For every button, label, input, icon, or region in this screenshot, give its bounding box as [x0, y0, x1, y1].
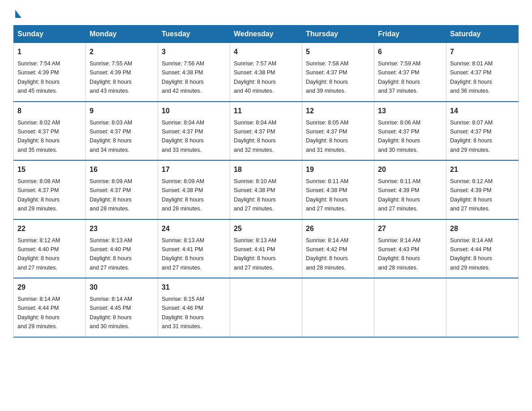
day-number: 22	[17, 223, 82, 234]
calendar-cell: 17 Sunrise: 8:09 AMSunset: 4:38 PMDaylig…	[158, 160, 230, 219]
day-number: 5	[306, 47, 370, 57]
day-number: 15	[17, 164, 82, 175]
day-info: Sunrise: 8:09 AMSunset: 4:38 PMDaylight:…	[162, 178, 204, 212]
day-info: Sunrise: 8:15 AMSunset: 4:46 PMDaylight:…	[162, 296, 204, 330]
day-number: 25	[234, 223, 298, 234]
day-number: 18	[234, 164, 298, 175]
day-info: Sunrise: 8:10 AMSunset: 4:38 PMDaylight:…	[234, 178, 276, 212]
calendar-cell: 30 Sunrise: 8:14 AMSunset: 4:45 PMDaylig…	[86, 278, 158, 337]
day-number: 14	[450, 106, 515, 116]
day-number: 30	[90, 282, 154, 293]
calendar-week-row: 22 Sunrise: 8:12 AMSunset: 4:40 PMDaylig…	[14, 219, 519, 278]
day-number: 29	[17, 282, 82, 293]
day-info: Sunrise: 7:58 AMSunset: 4:37 PMDaylight:…	[306, 60, 348, 94]
weekday-header-tuesday: Tuesday	[158, 26, 230, 43]
calendar-cell: 1 Sunrise: 7:54 AMSunset: 4:39 PMDayligh…	[14, 43, 86, 102]
calendar-cell: 14 Sunrise: 8:07 AMSunset: 4:37 PMDaylig…	[446, 102, 519, 161]
calendar-cell: 5 Sunrise: 7:58 AMSunset: 4:37 PMDayligh…	[302, 43, 374, 102]
logo	[13, 9, 21, 17]
day-info: Sunrise: 8:14 AMSunset: 4:44 PMDaylight:…	[450, 237, 493, 271]
day-info: Sunrise: 8:13 AMSunset: 4:41 PMDaylight:…	[162, 237, 204, 271]
calendar-cell: 23 Sunrise: 8:13 AMSunset: 4:40 PMDaylig…	[86, 219, 158, 278]
day-number: 6	[378, 47, 442, 57]
day-number: 10	[162, 106, 226, 116]
calendar-cell: 18 Sunrise: 8:10 AMSunset: 4:38 PMDaylig…	[230, 160, 302, 219]
day-number: 8	[17, 106, 82, 116]
day-number: 1	[17, 47, 82, 57]
day-info: Sunrise: 8:07 AMSunset: 4:37 PMDaylight:…	[450, 120, 493, 153]
calendar-cell: 11 Sunrise: 8:04 AMSunset: 4:37 PMDaylig…	[230, 102, 302, 161]
day-info: Sunrise: 8:12 AMSunset: 4:39 PMDaylight:…	[450, 178, 493, 212]
calendar-cell: 8 Sunrise: 8:02 AMSunset: 4:37 PMDayligh…	[14, 102, 86, 161]
day-number: 27	[378, 223, 442, 234]
day-info: Sunrise: 8:11 AMSunset: 4:38 PMDaylight:…	[306, 178, 348, 212]
calendar-cell: 24 Sunrise: 8:13 AMSunset: 4:41 PMDaylig…	[158, 219, 230, 278]
day-number: 2	[90, 47, 154, 57]
day-info: Sunrise: 7:55 AMSunset: 4:39 PMDaylight:…	[90, 60, 132, 94]
calendar-cell: 31 Sunrise: 8:15 AMSunset: 4:46 PMDaylig…	[158, 278, 230, 337]
calendar-cell: 22 Sunrise: 8:12 AMSunset: 4:40 PMDaylig…	[14, 219, 86, 278]
day-number: 3	[162, 47, 226, 57]
day-number: 4	[234, 47, 298, 57]
day-info: Sunrise: 7:56 AMSunset: 4:38 PMDaylight:…	[162, 60, 204, 94]
calendar-cell: 7 Sunrise: 8:01 AMSunset: 4:37 PMDayligh…	[446, 43, 519, 102]
day-number: 7	[450, 47, 515, 57]
day-info: Sunrise: 8:11 AMSunset: 4:39 PMDaylight:…	[378, 178, 420, 212]
calendar-week-row: 15 Sunrise: 8:08 AMSunset: 4:37 PMDaylig…	[14, 160, 519, 219]
calendar-cell: 3 Sunrise: 7:56 AMSunset: 4:38 PMDayligh…	[158, 43, 230, 102]
calendar-cell: 9 Sunrise: 8:03 AMSunset: 4:37 PMDayligh…	[86, 102, 158, 161]
weekday-header-thursday: Thursday	[302, 26, 374, 43]
day-info: Sunrise: 8:03 AMSunset: 4:37 PMDaylight:…	[90, 120, 132, 153]
weekday-header-wednesday: Wednesday	[230, 26, 302, 43]
day-info: Sunrise: 8:05 AMSunset: 4:37 PMDaylight:…	[306, 120, 348, 153]
calendar-cell	[374, 278, 446, 337]
page-header	[13, 9, 519, 17]
day-info: Sunrise: 7:59 AMSunset: 4:37 PMDaylight:…	[378, 60, 420, 94]
weekday-header-row: SundayMondayTuesdayWednesdayThursdayFrid…	[14, 26, 519, 43]
calendar-cell: 20 Sunrise: 8:11 AMSunset: 4:39 PMDaylig…	[374, 160, 446, 219]
day-info: Sunrise: 8:02 AMSunset: 4:37 PMDaylight:…	[17, 120, 60, 153]
day-info: Sunrise: 7:57 AMSunset: 4:38 PMDaylight:…	[234, 60, 276, 94]
logo-arrow-icon	[15, 10, 21, 18]
day-number: 19	[306, 164, 370, 175]
calendar-cell: 29 Sunrise: 8:14 AMSunset: 4:44 PMDaylig…	[14, 278, 86, 337]
day-info: Sunrise: 8:14 AMSunset: 4:42 PMDaylight:…	[306, 237, 348, 271]
day-info: Sunrise: 8:13 AMSunset: 4:41 PMDaylight:…	[234, 237, 276, 271]
calendar-week-row: 8 Sunrise: 8:02 AMSunset: 4:37 PMDayligh…	[14, 102, 519, 161]
calendar-cell: 28 Sunrise: 8:14 AMSunset: 4:44 PMDaylig…	[446, 219, 519, 278]
day-info: Sunrise: 8:08 AMSunset: 4:37 PMDaylight:…	[17, 178, 60, 212]
calendar-cell: 16 Sunrise: 8:09 AMSunset: 4:37 PMDaylig…	[86, 160, 158, 219]
calendar-cell: 19 Sunrise: 8:11 AMSunset: 4:38 PMDaylig…	[302, 160, 374, 219]
day-number: 13	[378, 106, 442, 116]
weekday-header-sunday: Sunday	[14, 26, 86, 43]
calendar-cell: 15 Sunrise: 8:08 AMSunset: 4:37 PMDaylig…	[14, 160, 86, 219]
weekday-header-saturday: Saturday	[446, 26, 519, 43]
day-number: 24	[162, 223, 226, 234]
day-number: 20	[378, 164, 442, 175]
day-number: 16	[90, 164, 154, 175]
calendar-table: SundayMondayTuesdayWednesdayThursdayFrid…	[13, 25, 519, 338]
day-number: 26	[306, 223, 370, 234]
day-info: Sunrise: 8:14 AMSunset: 4:43 PMDaylight:…	[378, 237, 420, 271]
calendar-week-row: 29 Sunrise: 8:14 AMSunset: 4:44 PMDaylig…	[14, 278, 519, 337]
day-info: Sunrise: 7:54 AMSunset: 4:39 PMDaylight:…	[17, 60, 60, 94]
day-number: 9	[90, 106, 154, 116]
weekday-header-monday: Monday	[86, 26, 158, 43]
day-info: Sunrise: 8:09 AMSunset: 4:37 PMDaylight:…	[90, 178, 132, 212]
day-info: Sunrise: 8:06 AMSunset: 4:37 PMDaylight:…	[378, 120, 420, 153]
day-number: 12	[306, 106, 370, 116]
calendar-cell	[446, 278, 519, 337]
calendar-cell: 27 Sunrise: 8:14 AMSunset: 4:43 PMDaylig…	[374, 219, 446, 278]
day-info: Sunrise: 8:14 AMSunset: 4:45 PMDaylight:…	[90, 296, 132, 330]
day-info: Sunrise: 8:14 AMSunset: 4:44 PMDaylight:…	[17, 296, 60, 330]
calendar-week-row: 1 Sunrise: 7:54 AMSunset: 4:39 PMDayligh…	[14, 43, 519, 102]
day-number: 17	[162, 164, 226, 175]
day-info: Sunrise: 8:12 AMSunset: 4:40 PMDaylight:…	[17, 237, 60, 271]
calendar-cell: 26 Sunrise: 8:14 AMSunset: 4:42 PMDaylig…	[302, 219, 374, 278]
calendar-cell	[302, 278, 374, 337]
calendar-cell: 21 Sunrise: 8:12 AMSunset: 4:39 PMDaylig…	[446, 160, 519, 219]
day-number: 21	[450, 164, 515, 175]
calendar-cell: 6 Sunrise: 7:59 AMSunset: 4:37 PMDayligh…	[374, 43, 446, 102]
day-info: Sunrise: 8:01 AMSunset: 4:37 PMDaylight:…	[450, 60, 493, 94]
day-number: 31	[162, 282, 226, 293]
